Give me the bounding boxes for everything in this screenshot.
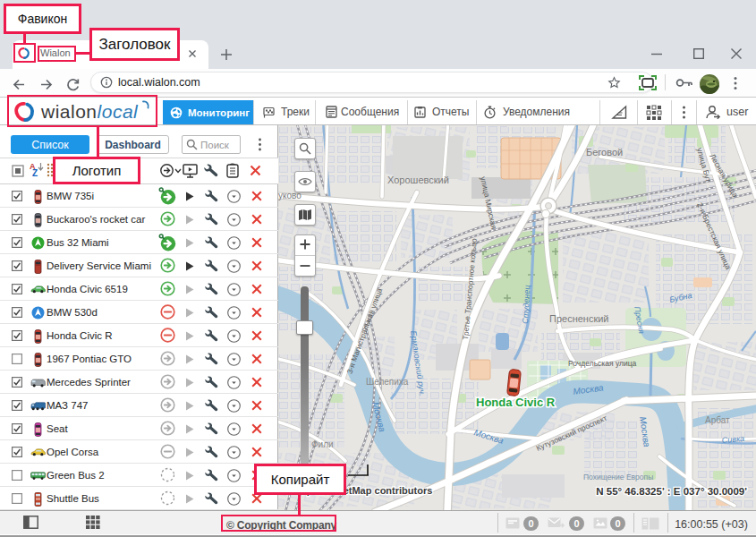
svg-text:Похищение Европы: Похищение Европы	[583, 473, 653, 482]
svg-text:Шелепиха: Шелепиха	[366, 377, 409, 387]
svg-text:Фили: Фили	[311, 439, 334, 449]
svg-text:Рочдельская улица: Рочдельская улица	[568, 359, 637, 368]
svg-text:Honda Civic R: Honda Civic R	[476, 396, 556, 409]
svg-text:Арбат: Арбат	[705, 415, 730, 425]
svg-text:Хорошевский: Хорошевский	[387, 175, 449, 185]
svg-text:Пресненский: Пресненский	[549, 313, 609, 324]
svg-text:N 55° 46.8325' : E 037° 30.000: N 55° 46.8325' : E 037° 30.0009'	[596, 486, 747, 497]
svg-text:Беговой: Беговой	[586, 147, 623, 158]
